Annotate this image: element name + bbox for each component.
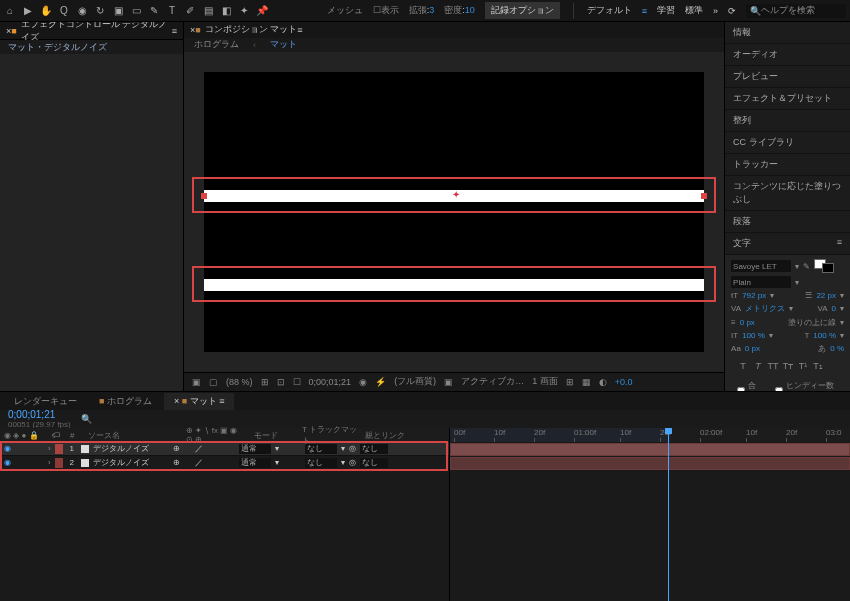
text-tool-icon[interactable]: T — [166, 5, 178, 17]
zoom-tool-icon[interactable]: Q — [58, 5, 70, 17]
layer-name[interactable]: デジタルノイズ — [93, 457, 169, 468]
transform-handle[interactable] — [701, 193, 707, 199]
workspace-learn[interactable]: 学習 — [657, 4, 675, 17]
workspace-standard[interactable]: 標準 — [685, 4, 703, 17]
views-dropdown[interactable]: 1 画面 — [532, 375, 558, 388]
layer-bar-2[interactable] — [450, 457, 850, 470]
stamp-tool-icon[interactable]: ▤ — [202, 5, 214, 17]
roto-tool-icon[interactable]: ✦ — [238, 5, 250, 17]
font-style-dropdown[interactable]: Plain — [731, 276, 791, 288]
bold-icon[interactable]: T — [737, 360, 749, 372]
workspace-default[interactable]: デフォルト — [587, 4, 632, 17]
reset-exp-icon[interactable]: ◐ — [599, 377, 607, 387]
alpha-icon[interactable]: ▣ — [192, 377, 201, 387]
font-size-icon: tT — [731, 291, 738, 300]
character-panel-content: Savoye LET ▾ ✎ Plain▾ tT792 px▾ ☰22 px▾ … — [725, 255, 850, 391]
pickwhip-icon[interactable]: ◎ — [349, 458, 356, 467]
rotate-tool-icon[interactable]: ↻ — [94, 5, 106, 17]
work-area[interactable] — [450, 428, 670, 442]
draft-icon[interactable]: ⚡ — [375, 377, 386, 387]
panel-content-fill[interactable]: コンテンツに応じた塗りつぶし — [725, 176, 850, 211]
grid-icon[interactable]: ⊡ — [277, 377, 285, 387]
leading-value[interactable]: 22 px — [816, 291, 836, 300]
font-size[interactable]: 792 px — [742, 291, 766, 300]
res-icon[interactable]: ⊞ — [261, 377, 269, 387]
panel-character[interactable]: 文字≡ — [725, 233, 850, 255]
timeline-search[interactable]: 🔍 — [81, 414, 92, 424]
eraser-tool-icon[interactable]: ◧ — [220, 5, 232, 17]
comp-tab[interactable]: × ■コンポジション マット ≡ — [184, 22, 724, 38]
rect-tool-icon[interactable]: ▭ — [130, 5, 142, 17]
allcaps-icon[interactable]: TT — [767, 360, 779, 372]
layer-row-1[interactable]: ◉ › 1 デジタルノイズ ⊕ ／ 通常▾ なし▾ ◎ なし — [0, 442, 449, 456]
camera-dropdown[interactable]: アクティブカ… — [461, 375, 524, 388]
time-display[interactable]: 0;00;01;21 — [309, 377, 352, 387]
comp-subtab-mat[interactable]: マット — [270, 38, 297, 51]
pin-tool-icon[interactable]: 📌 — [256, 5, 268, 17]
hindi-checkbox[interactable]: ヒンディー数字 — [769, 378, 844, 391]
workspace-more-icon[interactable]: » — [713, 6, 718, 16]
mask-icon[interactable]: ▢ — [209, 377, 218, 387]
layer-name[interactable]: デジタルノイズ — [93, 443, 169, 454]
composition-viewer[interactable]: ✦ — [184, 52, 724, 372]
brush-tool-icon[interactable]: ✐ — [184, 5, 196, 17]
anchor-point-icon[interactable]: ✦ — [452, 189, 462, 199]
quality-dropdown[interactable]: (フル画質) — [394, 375, 436, 388]
help-search[interactable]: 🔍 ヘルプを検索 — [746, 4, 846, 18]
playhead[interactable] — [668, 428, 669, 601]
tab-mat[interactable]: × ■ マット ≡ — [164, 393, 234, 410]
panel-cc[interactable]: CC ライブラリ — [725, 132, 850, 154]
pen-tool-icon[interactable]: ✎ — [148, 5, 160, 17]
orbit-tool-icon[interactable]: ◉ — [76, 5, 88, 17]
snap-icon[interactable]: ◉ — [359, 377, 367, 387]
panel-audio[interactable]: オーディオ — [725, 44, 850, 66]
behind-tool-icon[interactable]: ▣ — [112, 5, 124, 17]
timeline-tracks[interactable]: 00f 10f 20f 01:00f 10f 20f 02:00f 10f 20… — [450, 428, 850, 601]
composition-canvas[interactable]: ✦ — [204, 72, 704, 352]
italic-icon[interactable]: T — [752, 360, 764, 372]
panel-align[interactable]: 整列 — [725, 110, 850, 132]
solid-icon — [81, 445, 89, 453]
3d-icon[interactable]: ⊞ — [566, 377, 574, 387]
home-icon[interactable]: ⌂ — [4, 5, 16, 17]
exposure-icon[interactable]: ▣ — [444, 377, 453, 387]
leading-icon: ☰ — [805, 291, 812, 300]
font-family-dropdown[interactable]: Savoye LET — [731, 260, 791, 272]
color-swatch[interactable] — [814, 259, 834, 273]
eyedropper-icon[interactable]: ✎ — [803, 262, 810, 271]
exposure-value[interactable]: +0.0 — [615, 377, 633, 387]
hand-tool-icon[interactable]: ✋ — [40, 5, 52, 17]
subscript-icon[interactable]: T₁ — [812, 360, 824, 372]
tool-icons: ⌂ ▶ ✋ Q ◉ ↻ ▣ ▭ ✎ T ✐ ▤ ◧ ✦ 📌 — [4, 5, 268, 17]
pickwhip-icon[interactable]: ◎ — [349, 444, 356, 453]
sync-icon[interactable]: ⟳ — [728, 6, 736, 16]
panel-effects[interactable]: エフェクト＆プリセット — [725, 88, 850, 110]
layer-row-2[interactable]: ◉ › 2 デジタルノイズ ⊕ ／ 通常▾ なし▾ ◎ なし — [0, 456, 449, 470]
comp-subtab-hologram[interactable]: ホログラム — [194, 38, 239, 51]
shape-bar-2[interactable] — [204, 279, 704, 291]
panel-paragraph[interactable]: 段落 — [725, 211, 850, 233]
smallcaps-icon[interactable]: Tᴛ — [782, 360, 794, 372]
layer-list: ◉ ◈ ● 🔒 🏷 # ソース名 ⊕ ✦ ∖ fx ▣ ◉ ⊙ ⊕ モード T … — [0, 428, 450, 601]
transform-handle[interactable] — [201, 193, 207, 199]
record-options-button[interactable]: 記録オプション — [485, 2, 560, 19]
type-style-buttons: T T TT Tᴛ T¹ T₁ — [731, 357, 844, 375]
time-ruler[interactable]: 00f 10f 20f 01:00f 10f 20f 02:00f 10f 20… — [450, 428, 850, 442]
ligature-checkbox[interactable]: 合字 — [731, 378, 769, 391]
panel-preview[interactable]: プレビュー — [725, 66, 850, 88]
pixel-icon[interactable]: ▦ — [582, 377, 591, 387]
effect-controls-tab[interactable]: × ■エフェクトコントロール デジタルノイズ ≡ — [0, 22, 183, 40]
panel-tracker[interactable]: トラッカー — [725, 154, 850, 176]
zoom-dropdown[interactable]: (88 %) — [226, 377, 253, 387]
selection-tool-icon[interactable]: ▶ — [22, 5, 34, 17]
current-timecode[interactable]: 0;00;01;21 — [8, 409, 71, 420]
guide-icon[interactable]: ☐ — [293, 377, 301, 387]
tab-hologram[interactable]: ■ ホログラム — [89, 393, 162, 410]
tracking-value[interactable]: 0 — [832, 304, 836, 313]
effect-breadcrumb[interactable]: マット・デジタルノイズ — [0, 40, 183, 54]
layer-bar-1[interactable] — [450, 443, 850, 456]
tab-render-queue[interactable]: レンダーキュー — [4, 393, 87, 410]
kerning-dropdown[interactable]: メトリクス — [745, 303, 785, 314]
panel-info[interactable]: 情報 — [725, 22, 850, 44]
superscript-icon[interactable]: T¹ — [797, 360, 809, 372]
